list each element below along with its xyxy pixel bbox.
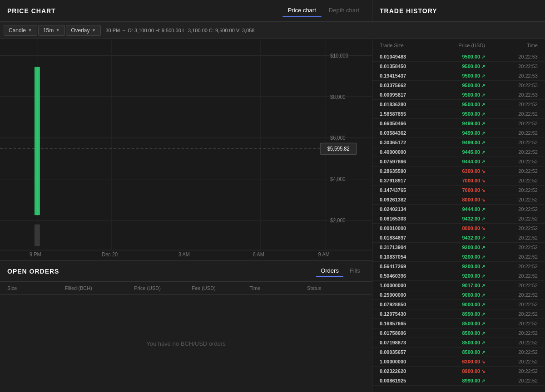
svg-text:Dec 20: Dec 20 (102, 251, 118, 257)
trade-row: 0.03375662 9500.00 20:22:53 (372, 81, 545, 90)
trade-time: 20:22:52 (485, 359, 538, 364)
trade-price: 9500.00 (432, 102, 485, 107)
trade-row: 0.00095817 9500.00 20:22:53 (372, 90, 545, 100)
trade-price: 9500.00 (432, 92, 485, 98)
open-orders-tabs: Orders Fills (316, 265, 365, 277)
trade-row: 0.01834697 9432.00 20:22:52 (372, 233, 545, 243)
interval-button[interactable]: 15m ▼ (38, 25, 65, 36)
trade-price: 9000.00 (432, 302, 485, 307)
trade-time: 20:22:52 (485, 245, 538, 250)
trade-time: 20:22:52 (485, 311, 538, 317)
overlay-button[interactable]: Overlay ▼ (66, 25, 101, 36)
trade-price: 9499.00 (432, 140, 485, 145)
price-chart-svg: $10,000 $8,000 $6,000 $4,000 $2,000 9 PM… (0, 39, 372, 260)
svg-text:6 AM: 6 AM (253, 251, 264, 257)
col-time: Time (249, 285, 307, 291)
open-orders-title: OPEN ORDERS (7, 268, 59, 275)
trade-price: 9000.00 (432, 292, 485, 298)
trade-price: 9017.00 (432, 283, 485, 288)
trade-size: 0.00095817 (380, 92, 432, 98)
trade-time: 20:22:52 (485, 254, 538, 260)
trade-row: 0.03584362 9499.00 20:22:52 (372, 128, 545, 138)
trade-time: 20:22:52 (485, 292, 538, 298)
interval-arrow-icon: ▼ (55, 28, 60, 33)
trade-row: 1.00000000 6300.00 20:22:52 (372, 357, 545, 367)
left-panel: $10,000 $8,000 $6,000 $4,000 $2,000 9 PM… (0, 39, 372, 392)
trade-price: 8000.00 (432, 197, 485, 202)
svg-text:$10,000: $10,000 (330, 52, 348, 59)
trade-size: 0.02402134 (380, 206, 432, 212)
trade-price: 6300.00 (432, 168, 485, 174)
trade-row: 0.01758606 8500.00 20:22:52 (372, 328, 545, 338)
chart-tabs: Price chart Depth chart (282, 4, 365, 17)
trade-price: 8000.00 (432, 225, 485, 231)
trade-size: 0.16857665 (380, 321, 432, 326)
open-orders-header: OPEN ORDERS Orders Fills (0, 261, 372, 282)
trade-size: 0.00035657 (380, 349, 432, 355)
trade-size: 0.01358450 (380, 64, 432, 69)
trade-size: 0.30365172 (380, 140, 432, 145)
trade-price: 9500.00 (432, 54, 485, 59)
trade-time: 20:22:53 (485, 83, 538, 88)
tab-fills[interactable]: Fills (345, 265, 365, 277)
trade-size: 0.02322620 (380, 368, 432, 374)
trade-time: 20:22:52 (485, 159, 538, 164)
trade-price: 9499.00 (432, 130, 485, 136)
trade-price: 9500.00 (432, 111, 485, 117)
trade-time: 20:22:52 (485, 168, 538, 174)
trade-size: 0.25000000 (380, 292, 432, 298)
tab-orders[interactable]: Orders (316, 265, 343, 277)
trade-size: 0.37918917 (380, 178, 432, 183)
trade-time: 20:22:52 (485, 321, 538, 326)
col-status: Status (307, 285, 365, 291)
trade-size: 0.31713904 (380, 245, 432, 250)
trade-price: 9432.00 (432, 235, 485, 240)
trade-price: 9200.00 (432, 264, 485, 269)
svg-text:9 AM: 9 AM (318, 251, 330, 257)
trade-row: 1.58587855 9500.00 20:22:52 (372, 109, 545, 119)
trade-row: 0.16857665 8500.00 20:22:52 (372, 319, 545, 328)
trade-price: 8990.00 (432, 311, 485, 317)
trade-size: 0.66050466 (380, 121, 432, 126)
trade-row: 0.14743765 7000.00 20:22:52 (372, 186, 545, 195)
trade-list[interactable]: 0.01049483 9500.00 20:22:53 0.01358450 9… (372, 52, 545, 392)
trade-price: 9200.00 (432, 245, 485, 250)
candle-label: Candle (9, 27, 26, 34)
trade-row: 0.25000000 9000.00 20:22:52 (372, 290, 545, 300)
trade-time: 20:22:52 (485, 349, 538, 355)
trade-time: 20:22:52 (485, 216, 538, 221)
trade-row: 0.50460396 9200.00 20:22:52 (372, 271, 545, 281)
trade-row: 0.01049483 9500.00 20:22:53 (372, 52, 545, 62)
trade-row: 0.08165303 9432.00 20:22:52 (372, 214, 545, 224)
tab-depth-chart[interactable]: Depth chart (323, 4, 365, 17)
trade-size: 1.00000000 (380, 283, 432, 288)
tab-price-chart[interactable]: Price chart (282, 4, 322, 17)
svg-rect-14 (35, 225, 40, 246)
trade-row: 0.07198873 8500.00 20:22:52 (372, 338, 545, 348)
orders-empty: You have no BCH/USD orders (0, 295, 372, 392)
empty-message: You have no BCH/USD orders (146, 340, 225, 347)
trade-time: 20:22:52 (485, 273, 538, 279)
top-bar: PRICE CHART Price chart Depth chart TRAD… (0, 0, 545, 22)
svg-text:9 PM: 9 PM (30, 251, 41, 257)
overlay-arrow-icon: ▼ (92, 28, 96, 33)
trade-time: 20:22:52 (485, 149, 538, 155)
trade-price: 8500.00 (432, 340, 485, 345)
svg-rect-13 (35, 67, 40, 215)
trade-size: 0.01834697 (380, 235, 432, 240)
trade-size: 0.19415437 (380, 73, 432, 78)
trade-size: 0.01836280 (380, 102, 432, 107)
trade-row: 0.00861925 8990.00 20:22:52 (372, 376, 545, 386)
toolbar: Candle ▼ 15m ▼ Overlay ▼ 30 PM → O: 3,10… (0, 22, 545, 39)
overlay-label: Overlay (71, 27, 89, 34)
trade-size: 0.07928850 (380, 302, 432, 307)
trade-price: 9500.00 (432, 64, 485, 69)
trade-size: 0.09261382 (380, 197, 432, 202)
open-orders: OPEN ORDERS Orders Fills Size Filled (BC… (0, 260, 372, 392)
trade-price: 9200.00 (432, 254, 485, 260)
col-price: Price (USD) (134, 285, 192, 291)
chart-area[interactable]: $10,000 $8,000 $6,000 $4,000 $2,000 9 PM… (0, 39, 372, 260)
trade-size: 0.50460396 (380, 273, 432, 279)
candle-button[interactable]: Candle ▼ (4, 25, 37, 36)
trade-time: 20:22:53 (485, 73, 538, 78)
